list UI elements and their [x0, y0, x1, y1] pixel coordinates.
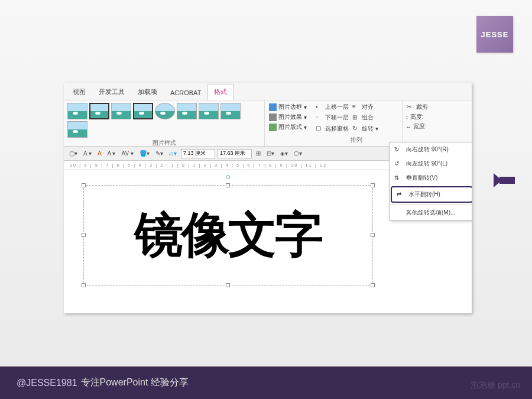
- style-thumb[interactable]: [111, 103, 131, 119]
- arrange-group: ▪上移一层 ≡对齐 ▫下移一层 ⊞组合 ▢选择窗格 ↻旋转 ▾ 排列: [311, 100, 403, 146]
- picture-layout-button[interactable]: 图片版式 ▾: [268, 122, 308, 132]
- selected-textbox[interactable]: 镜像文字: [83, 185, 373, 286]
- tb-a2[interactable]: A: [96, 150, 103, 157]
- style-thumb[interactable]: [67, 121, 87, 138]
- tb-spacing[interactable]: AV ▾: [119, 150, 135, 157]
- flip-v-icon: ⇅: [394, 174, 403, 181]
- picture-format-buttons: 图片边框 ▾ 图片效果 ▾ 图片版式 ▾: [265, 100, 311, 146]
- callout-arrow: [499, 174, 523, 186]
- group-button[interactable]: ⊞组合: [351, 113, 375, 122]
- resize-handle[interactable]: [371, 233, 375, 237]
- forward-icon: ▪: [316, 103, 323, 111]
- picture-effects-button[interactable]: 图片效果 ▾: [268, 112, 308, 122]
- tab-view[interactable]: 视图: [66, 84, 92, 100]
- tb-misc3[interactable]: ◈▾: [278, 150, 290, 157]
- flip-h-icon: ⇄: [397, 191, 405, 198]
- style-thumb[interactable]: [133, 103, 153, 119]
- style-thumb[interactable]: [89, 103, 109, 119]
- width-input[interactable]: [181, 149, 215, 158]
- width-row: ↔宽度:: [406, 122, 429, 131]
- rotate-dropdown-menu: ↻向右旋转 90°(R) ↺向左旋转 90°(L) ⇅垂直翻转(V) ⇄水平翻转…: [389, 142, 472, 220]
- picture-styles-group: 图片样式: [64, 100, 265, 146]
- picture-border-button[interactable]: 图片边框 ▾: [268, 102, 308, 112]
- style-thumb[interactable]: [67, 103, 87, 119]
- tab-acrobat[interactable]: ACROBAT: [164, 86, 207, 100]
- crop-icon: ✂: [407, 103, 414, 111]
- tb-misc2[interactable]: ⊡▾: [265, 150, 276, 157]
- backward-icon: ▫: [316, 114, 323, 122]
- tb-outline[interactable]: ✎▾: [154, 150, 165, 157]
- footer-text: 专注PowerPoint 经验分享: [81, 377, 189, 389]
- tb-shape[interactable]: ▱▾: [167, 150, 179, 157]
- styles-gallery[interactable]: [67, 103, 261, 138]
- tb-misc1[interactable]: ⊞: [254, 150, 262, 157]
- send-backward-button[interactable]: ▫下移一层: [314, 113, 350, 122]
- rotate-right-icon: ↻: [394, 146, 403, 153]
- style-thumb[interactable]: [199, 103, 219, 119]
- menu-rotate-left[interactable]: ↺向左旋转 90°(L): [390, 157, 472, 171]
- align-button[interactable]: ≡对齐: [351, 102, 375, 112]
- tab-addins[interactable]: 加载项: [131, 84, 164, 100]
- tb-fill[interactable]: 🪣▾: [138, 150, 151, 157]
- textbox-content[interactable]: 镜像文字: [84, 186, 372, 285]
- jesse-logo: JESSE: [476, 16, 513, 53]
- footer-watermark: 泡泡糖 ppt.cn: [471, 380, 520, 391]
- tab-developer[interactable]: 开发工具: [92, 84, 131, 100]
- crop-button[interactable]: ✂裁剪: [406, 102, 429, 112]
- width-icon: ↔: [406, 124, 411, 130]
- size-group: ✂裁剪 ↕高度: ↔宽度:: [403, 100, 432, 146]
- selection-icon: ▢: [316, 125, 323, 132]
- more-icon: [394, 209, 403, 216]
- menu-more-rotation[interactable]: 其他旋转选项(M)...: [390, 206, 472, 220]
- menu-rotate-right[interactable]: ↻向右旋转 90°(R): [390, 142, 472, 157]
- height-icon: ↕: [406, 114, 408, 121]
- rotate-handle[interactable]: [226, 175, 230, 179]
- footer-handle: @JESSE1981: [17, 378, 77, 388]
- align-icon: ≡: [352, 103, 360, 111]
- layout-icon: [269, 124, 277, 131]
- tb-font[interactable]: ▢▾: [67, 150, 79, 157]
- resize-handle[interactable]: [371, 183, 375, 187]
- resize-handle[interactable]: [371, 283, 375, 287]
- group-label-styles: 图片样式: [67, 139, 261, 147]
- ribbon-tabs: 视图 开发工具 加载项 ACROBAT 格式: [64, 83, 472, 100]
- resize-handle[interactable]: [226, 183, 230, 187]
- style-thumb[interactable]: [177, 103, 197, 119]
- footer: @JESSE1981 专注PowerPoint 经验分享 泡泡糖 ppt.cn: [0, 366, 532, 399]
- rotate-icon: ↻: [352, 125, 360, 132]
- resize-handle[interactable]: [82, 283, 86, 287]
- style-thumb[interactable]: [155, 103, 175, 119]
- effects-icon: [269, 113, 277, 121]
- menu-flip-horizontal[interactable]: ⇄水平翻转(H): [391, 186, 472, 203]
- tb-misc4[interactable]: ⬡▾: [292, 150, 304, 157]
- rotate-button[interactable]: ↻旋转 ▾: [351, 124, 379, 134]
- resize-handle[interactable]: [82, 233, 86, 237]
- height-input[interactable]: [218, 149, 252, 158]
- menu-flip-vertical[interactable]: ⇅垂直翻转(V): [390, 171, 472, 185]
- height-row: ↕高度:: [406, 113, 429, 121]
- bring-forward-button[interactable]: ▪上移一层: [314, 102, 350, 112]
- ribbon: 图片样式 图片边框 ▾ 图片效果 ▾ 图片版式 ▾ ▪上移一层 ≡对齐 ▫下移一…: [64, 100, 472, 147]
- tab-format[interactable]: 格式: [207, 84, 233, 100]
- selection-pane-button[interactable]: ▢选择窗格: [314, 124, 350, 134]
- style-thumb[interactable]: [220, 103, 241, 119]
- menu-separator: [390, 204, 472, 205]
- group-label-arrange: 排列: [314, 136, 398, 144]
- tb-a3[interactable]: A ▾: [106, 150, 118, 157]
- tb-a[interactable]: A ▾: [82, 150, 93, 157]
- rotate-left-icon: ↺: [394, 160, 403, 167]
- resize-handle[interactable]: [226, 283, 230, 287]
- border-icon: [269, 103, 277, 111]
- powerpoint-window: ✿ ❋ ⚙ ◉ ☀ 图片工具 视图 开发工具 加载项 ACROBAT 格式 图片…: [64, 83, 472, 313]
- group-icon: ⊞: [352, 114, 360, 122]
- resize-handle[interactable]: [82, 183, 86, 187]
